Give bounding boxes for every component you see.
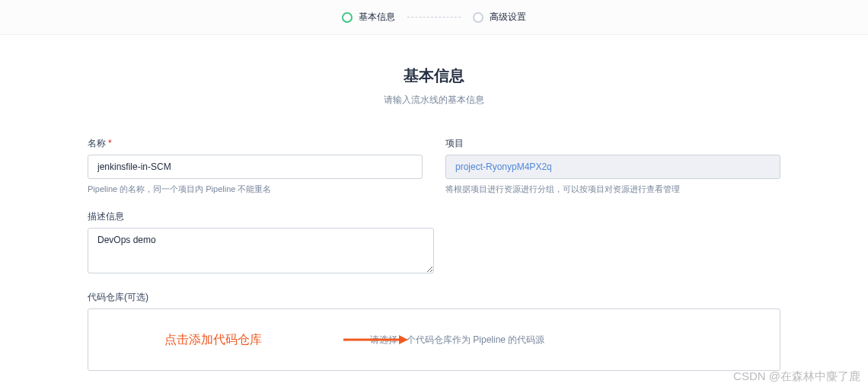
step-circle-active-icon bbox=[342, 12, 353, 23]
step-advanced-settings[interactable]: 高级设置 bbox=[473, 11, 526, 24]
step-divider-icon bbox=[407, 17, 461, 18]
project-field-group: 项目 将根据项目进行资源进行分组，可以按项目对资源进行查看管理 bbox=[445, 137, 780, 195]
page-title: 基本信息 bbox=[88, 66, 780, 86]
name-label: 名称* bbox=[88, 137, 423, 150]
form-row-1: 名称* Pipeline 的名称，同一个项目内 Pipeline 不能重名 项目… bbox=[88, 137, 780, 195]
repo-label: 代码仓库(可选) bbox=[88, 291, 780, 304]
description-textarea[interactable] bbox=[88, 228, 434, 273]
page-subtitle: 请输入流水线的基本信息 bbox=[88, 94, 780, 107]
project-label: 项目 bbox=[445, 137, 780, 150]
name-input[interactable] bbox=[88, 155, 423, 179]
add-repo-button[interactable]: 点击添加代码仓库 请选择一个代码仓库作为 Pipeline 的代码源 bbox=[88, 308, 780, 371]
name-hint: Pipeline 的名称，同一个项目内 Pipeline 不能重名 bbox=[88, 184, 423, 195]
step-label: 基本信息 bbox=[359, 11, 395, 24]
repo-field-group: 代码仓库(可选) 点击添加代码仓库 请选择一个代码仓库作为 Pipeline 的… bbox=[88, 291, 780, 371]
description-field-group: 描述信息 bbox=[88, 210, 780, 276]
step-circle-icon bbox=[473, 12, 483, 23]
annotation-text: 点击添加代码仓库 bbox=[164, 332, 262, 348]
description-label: 描述信息 bbox=[88, 210, 780, 223]
name-field-group: 名称* Pipeline 的名称，同一个项目内 Pipeline 不能重名 bbox=[88, 137, 423, 195]
step-basic-info[interactable]: 基本信息 bbox=[342, 11, 395, 24]
required-icon: * bbox=[108, 138, 112, 149]
steps-header: 基本信息 高级设置 bbox=[0, 0, 868, 35]
project-input bbox=[445, 155, 780, 179]
form-content: 基本信息 请输入流水线的基本信息 名称* Pipeline 的名称，同一个项目内… bbox=[72, 35, 796, 386]
project-hint: 将根据项目进行资源进行分组，可以按项目对资源进行查看管理 bbox=[445, 184, 780, 195]
name-label-text: 名称 bbox=[88, 138, 106, 149]
step-label: 高级设置 bbox=[490, 11, 526, 24]
svg-marker-1 bbox=[399, 335, 408, 344]
form-row-2: 描述信息 bbox=[88, 210, 780, 276]
arrow-icon bbox=[340, 331, 408, 349]
